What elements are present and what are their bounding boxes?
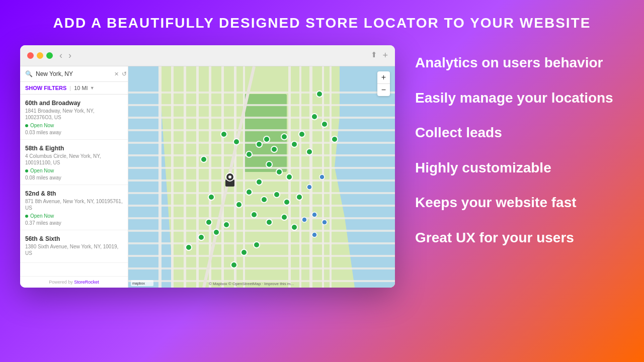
filter-bar: SHOW FILTERS | 10 MI ▼ xyxy=(20,82,128,95)
svg-rect-30 xyxy=(128,255,395,257)
store-name: 58th & Eighth xyxy=(25,145,123,152)
svg-rect-6 xyxy=(184,66,186,288)
dot-red[interactable] xyxy=(27,52,34,59)
svg-rect-4 xyxy=(158,66,162,288)
store-distance: 0.37 miles away xyxy=(25,220,123,226)
dot-green[interactable] xyxy=(46,52,53,59)
store-item[interactable]: 56th & Sixth 1380 Sixth Avenue, New York… xyxy=(20,230,128,263)
feature-customizable: Highly customizable xyxy=(415,150,624,186)
show-filters-button[interactable]: SHOW FILTERS xyxy=(25,85,66,91)
svg-point-59 xyxy=(213,229,219,235)
feature-ux: Great UX for your users xyxy=(415,220,624,255)
filter-distance[interactable]: 10 MI ▼ xyxy=(74,85,94,91)
svg-rect-5 xyxy=(171,66,174,288)
store-address: 871 8th Avenue, New York, NY, 100195761,… xyxy=(25,198,123,211)
search-clear-icon[interactable]: ✕ xyxy=(114,71,119,77)
svg-point-64 xyxy=(332,136,338,142)
svg-rect-20 xyxy=(128,129,395,131)
filter-separator: | xyxy=(69,85,71,91)
storerocket-link[interactable]: StoreRocket xyxy=(74,280,99,285)
svg-point-76 xyxy=(307,185,312,190)
svg-point-68 xyxy=(208,194,214,200)
svg-point-70 xyxy=(186,244,192,250)
store-name: 56th & Sixth xyxy=(25,235,123,242)
svg-point-54 xyxy=(251,212,257,218)
add-tab-icon[interactable]: + xyxy=(382,50,388,61)
svg-point-60 xyxy=(206,219,212,225)
store-list: 60th and Broadway 1841 Broadway, New Yor… xyxy=(20,95,128,276)
svg-point-51 xyxy=(284,199,290,205)
svg-point-48 xyxy=(246,189,252,195)
svg-point-72 xyxy=(302,217,307,222)
svg-point-43 xyxy=(306,149,312,155)
status-dot xyxy=(25,215,28,218)
store-status: Open Now xyxy=(25,123,123,128)
svg-point-41 xyxy=(291,141,297,147)
store-item[interactable]: 60th and Broadway 1841 Broadway, New Yor… xyxy=(20,95,128,140)
feature-leads: Collect leads xyxy=(415,115,624,150)
share-icon[interactable]: ⬆ xyxy=(371,50,377,61)
svg-point-40 xyxy=(281,134,287,140)
search-input[interactable] xyxy=(36,70,111,77)
browser-window: ‹ › ⬆ + 🔍 ✕ ↺ SHOW FILTERS | xyxy=(20,45,395,288)
store-item[interactable]: 52nd & 8th 871 8th Avenue, New York, NY,… xyxy=(20,185,128,230)
map-svg: © Mapbox © OpenStreetMap · Improve this … xyxy=(128,66,395,288)
browser-body: 🔍 ✕ ↺ SHOW FILTERS | 10 MI ▼ 60th and Br xyxy=(20,66,395,288)
search-bar: 🔍 ✕ ↺ xyxy=(20,66,128,82)
dot-yellow[interactable] xyxy=(37,52,43,59)
svg-point-58 xyxy=(223,222,229,228)
svg-point-66 xyxy=(254,242,260,248)
svg-point-42 xyxy=(299,131,305,137)
svg-rect-22 xyxy=(128,154,395,156)
svg-text:© Mapbox © OpenStreetMap · Imp: © Mapbox © OpenStreetMap · Improve this … xyxy=(209,282,294,286)
svg-point-53 xyxy=(236,202,242,208)
svg-point-61 xyxy=(311,114,317,120)
map-area: © Mapbox © OpenStreetMap · Improve this … xyxy=(128,66,395,288)
svg-rect-9 xyxy=(221,66,224,288)
page-title: ADD A BEAUTIFULLY DESIGNED STORE LOCATOR… xyxy=(53,15,591,31)
back-button[interactable]: ‹ xyxy=(58,50,64,61)
zoom-in-button[interactable]: + xyxy=(377,71,390,83)
search-icon: 🔍 xyxy=(25,70,33,77)
svg-rect-31 xyxy=(128,267,395,269)
store-name: 60th and Broadway xyxy=(25,100,123,107)
zoom-out-button[interactable]: − xyxy=(377,84,390,96)
store-status: Open Now xyxy=(25,168,123,173)
feature-fast: Keeps your website fast xyxy=(415,185,624,220)
svg-point-73 xyxy=(312,212,317,217)
svg-point-46 xyxy=(286,174,292,180)
browser-dots xyxy=(27,52,53,59)
search-refresh-icon[interactable]: ↺ xyxy=(122,70,127,77)
svg-point-38 xyxy=(264,136,270,142)
svg-rect-16 xyxy=(330,66,332,288)
svg-point-74 xyxy=(322,220,327,225)
forward-button[interactable]: › xyxy=(67,50,73,61)
svg-point-45 xyxy=(276,169,282,175)
feature-manage: Easily manage your locations xyxy=(415,80,624,116)
svg-rect-26 xyxy=(128,205,395,207)
svg-point-77 xyxy=(319,174,325,179)
svg-point-80 xyxy=(228,175,231,178)
svg-rect-27 xyxy=(128,217,395,219)
distance-label: 10 MI xyxy=(74,85,88,91)
svg-point-36 xyxy=(246,151,252,157)
svg-point-52 xyxy=(296,194,302,200)
store-distance: 0.08 miles away xyxy=(25,175,123,180)
store-item[interactable]: 58th & Eighth 4 Columbus Circle, New Yor… xyxy=(20,140,128,185)
store-status: Open Now xyxy=(25,213,123,219)
store-sidebar: 🔍 ✕ ↺ SHOW FILTERS | 10 MI ▼ 60th and Br xyxy=(20,66,128,288)
svg-point-57 xyxy=(291,224,297,230)
svg-rect-17 xyxy=(128,92,395,94)
svg-point-34 xyxy=(221,131,227,137)
svg-point-37 xyxy=(256,141,262,147)
svg-point-49 xyxy=(261,197,267,203)
store-address: 4 Columbus Circle, New York, NY, 1001911… xyxy=(25,153,123,166)
store-name: 52nd & 8th xyxy=(25,190,123,197)
feature-analytics: Analytics on users behavior xyxy=(415,45,624,80)
svg-point-47 xyxy=(256,179,262,185)
svg-point-75 xyxy=(312,232,317,237)
chevron-down-icon: ▼ xyxy=(90,85,95,90)
svg-rect-7 xyxy=(196,66,199,288)
browser-actions: ⬆ + xyxy=(371,50,388,61)
status-dot xyxy=(25,169,28,172)
